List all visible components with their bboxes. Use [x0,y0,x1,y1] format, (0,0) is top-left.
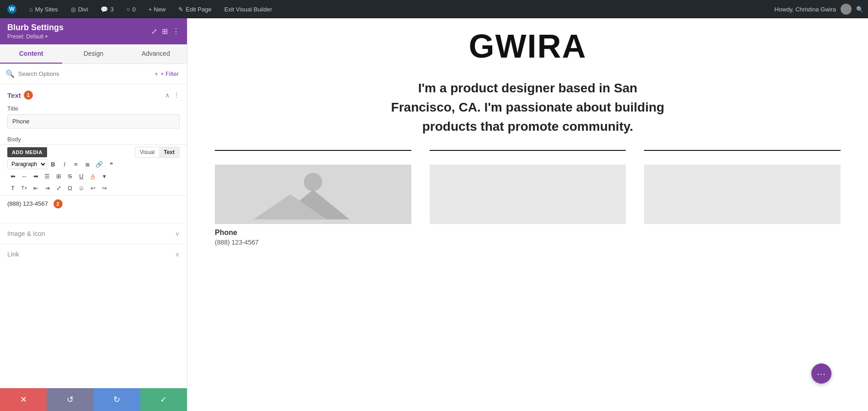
cancel-button[interactable]: ✕ [0,388,47,411]
special-char-button[interactable]: Ω [64,182,75,193]
strikethrough-button[interactable]: S [64,171,75,181]
section-icons: ∧ ⋮ [165,91,180,99]
panel-footer: ✕ ↺ ↻ ✓ [0,388,187,411]
link-title: Link [7,251,19,258]
body-label: Body [0,133,187,144]
align-right-button[interactable]: ➡ [30,171,41,181]
search-bar: 🔍 + + Filter [0,64,187,84]
divi-button[interactable]: ◎ Divi [68,0,91,18]
align-left-button[interactable]: ⬅ [7,171,18,181]
my-sites-icon: ⌂ [29,6,33,13]
user-avatar[interactable] [841,4,852,15]
table-button[interactable]: ⊞ [53,171,64,181]
editor-toolbar: ADD MEDIA Visual Text Paragraph B I ≡ ≣ … [0,144,187,196]
preview-description: I'm a product designer based in San Fran… [368,69,688,145]
italic-button[interactable]: I [59,159,70,170]
more-toolbar-button[interactable]: ▾ [99,171,110,181]
ordered-list-button[interactable]: ≣ [82,159,93,170]
emoji-button[interactable]: ☺ [76,182,87,193]
link-chevron: ∨ [175,251,180,258]
editor-area[interactable]: (888) 123-4567 2 [0,196,187,223]
fullscreen-button[interactable]: ⤢ [53,182,64,193]
my-sites-button[interactable]: ⌂ My Sites [27,0,61,18]
toolbar-row-2: Paragraph B I ≡ ≣ 🔗 ❝ [7,159,180,170]
text-section-title: Text [7,91,21,99]
save-button[interactable]: ✓ [140,388,187,411]
indent-more-button[interactable]: ⇥ [42,182,53,193]
undo-editor-button[interactable]: ↩ [87,182,98,193]
placeholder-image-svg [215,165,411,224]
floating-dots-button[interactable]: ··· [811,363,831,384]
cancel-icon: ✕ [20,395,27,405]
blockquote-button[interactable]: ❝ [106,159,117,170]
admin-bar: W ⌂ My Sites ◎ Divi 💬 3 ○ 0 + New ✎ Edit… [0,0,868,18]
redo-icon: ↻ [113,395,120,405]
indent-less-button[interactable]: ⇤ [30,182,41,193]
paste-text-button[interactable]: T [7,182,18,193]
link-button[interactable]: 🔗 [93,159,105,170]
undo-icon: ↺ [67,395,74,405]
title-input[interactable] [7,114,180,128]
toolbar-row-3: ⬅ ↔ ➡ ☰ ⊞ S U A ▾ [7,171,180,181]
section-more-icon[interactable]: ⋮ [173,91,180,99]
justify-button[interactable]: ☰ [42,171,53,181]
new-button[interactable]: + New [146,0,169,18]
tab-design[interactable]: Design [62,44,124,64]
align-center-button[interactable]: ↔ [19,171,30,181]
edit-page-button[interactable]: ✎ Edit Page [176,0,214,18]
tab-content[interactable]: Content [0,44,62,64]
comments-button[interactable]: 💬 3 [98,0,116,18]
save-icon: ✓ [160,395,167,405]
search-options-input[interactable] [18,70,148,77]
comments-icon: 💬 [101,6,108,13]
blurb-settings-panel: Blurb Settings Preset: Default ▾ ⤢ ⊞ ⋮ C… [0,18,187,411]
preview-card-3 [644,165,841,246]
visual-text-tabs: Visual Text [135,147,180,158]
search-icon[interactable]: 🔍 [856,6,863,13]
unordered-list-button[interactable]: ≡ [70,159,81,170]
paragraph-select[interactable]: Paragraph [7,159,47,169]
more-options-icon[interactable]: ⋮ [172,27,180,36]
columns-icon[interactable]: ⊞ [162,27,168,36]
hero-text: GWIRA [187,18,868,69]
dots-icon: ··· [817,368,826,379]
undo-button[interactable]: ↺ [47,388,93,411]
wp-logo-button[interactable]: W [5,0,19,18]
redo-editor-button[interactable]: ↪ [99,182,110,193]
preview-panel: GWIRA I'm a product designer based in Sa… [187,18,868,411]
panel-header-icons: ⤢ ⊞ ⋮ [151,27,180,36]
bubbles-button[interactable]: ○ 0 [124,0,138,18]
exit-builder-button[interactable]: Exit Visual Builder [222,0,275,18]
preset-selector[interactable]: Preset: Default [7,33,43,40]
card-1-title: Phone [215,229,411,237]
text-section-header: Text 1 ∧ ⋮ [0,84,187,102]
text-color-button[interactable]: A [87,171,98,181]
collapse-icon[interactable]: ∧ [165,91,170,99]
tab-advanced[interactable]: Advanced [125,44,187,64]
preview-dividers [187,145,868,155]
preset-dropdown-icon[interactable]: ▾ [45,34,48,39]
resize-icon[interactable]: ⤢ [151,27,157,36]
clear-format-button[interactable]: T× [19,182,30,193]
card-2-image [430,165,626,224]
card-3-image [644,165,841,224]
tab-visual[interactable]: Visual [135,147,159,157]
preview-cards: Phone (888) 123-4567 [187,155,868,264]
search-icon: 🔍 [5,69,15,78]
bubbles-icon: ○ [127,6,130,13]
badge-1: 1 [24,91,33,100]
image-icon-section[interactable]: Image & Icon ∨ [0,223,187,244]
image-icon-title: Image & Icon [7,230,45,237]
badge-2: 2 [53,199,63,208]
tab-text[interactable]: Text [159,147,179,157]
plus-icon: + [149,6,152,13]
preview-card-2 [430,165,626,246]
link-section[interactable]: Link ∨ [0,244,187,264]
redo-button[interactable]: ↻ [94,388,140,411]
bold-button[interactable]: B [48,159,59,170]
filter-button[interactable]: + + Filter [152,69,181,79]
underline-button[interactable]: U [76,171,87,181]
add-media-button[interactable]: ADD MEDIA [7,147,47,157]
wp-icon: W [7,5,16,14]
filter-plus-icon: + [154,70,158,77]
